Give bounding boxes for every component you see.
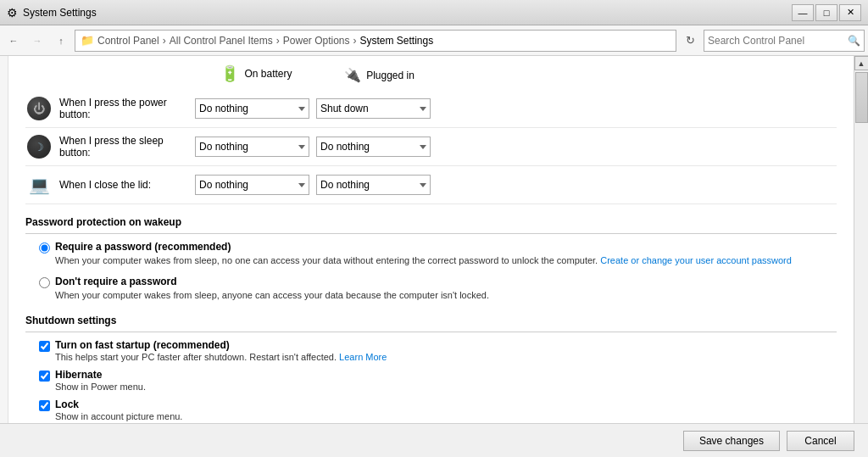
power-icon: ⏻ <box>25 95 53 122</box>
window-body: 🔋 On battery 🔌 Plugged in ⏻ When I press… <box>0 56 868 457</box>
breadcrumb-all-items[interactable]: All Control Panel Items <box>170 35 273 47</box>
lid-on-battery-select[interactable]: Do nothing Sleep Hibernate Shut down <box>195 175 309 195</box>
no-require-title: Don't require a password <box>55 276 489 287</box>
title-bar-left: ⚙ System Settings <box>7 6 97 20</box>
sleep-button-row: ☽ When I press the sleep button: Do noth… <box>25 128 837 166</box>
fast-startup-label: Turn on fast startup (recommended) <box>55 339 387 351</box>
bottom-bar: Save changes Cancel <box>0 423 868 457</box>
breadcrumb-power-options[interactable]: Power Options <box>283 35 350 47</box>
sleep-button-dropdowns: Do nothing Sleep Hibernate Shut down Do … <box>195 137 431 157</box>
require-password-desc: When your computer wakes from sleep, no … <box>55 254 792 267</box>
fast-startup-checkbox[interactable] <box>39 341 50 352</box>
maximize-button[interactable]: □ <box>815 4 837 21</box>
password-radio-group: Require a password (recommended) When yo… <box>39 241 837 303</box>
no-require-password-radio[interactable] <box>39 277 50 288</box>
breadcrumb: 📁 Control Panel › All Control Panel Item… <box>75 30 676 52</box>
close-button[interactable]: ✕ <box>839 4 861 21</box>
battery-icon: 🔋 <box>220 64 239 83</box>
window-title: System Settings <box>23 7 97 19</box>
breadcrumb-control-panel[interactable]: Control Panel <box>97 35 159 47</box>
lock-checkbox[interactable] <box>39 400 50 411</box>
scroll-up-arrow[interactable]: ▲ <box>854 56 869 70</box>
title-bar: ⚙ System Settings — □ ✕ <box>0 0 868 25</box>
forward-button[interactable]: → <box>27 31 47 51</box>
require-password-radio[interactable] <box>39 242 50 254</box>
lid-plugged-in-select[interactable]: Do nothing Sleep Hibernate Shut down <box>316 175 431 195</box>
scroll-track <box>854 70 868 443</box>
power-button-row: ⏻ When I press the power button: Do noth… <box>25 90 837 128</box>
lock-label: Lock <box>55 398 182 410</box>
password-divider <box>25 233 837 234</box>
scrollbar[interactable]: ▲ ▼ <box>854 56 868 457</box>
power-button-label: When I press the power button: <box>59 97 195 120</box>
on-battery-label: On battery <box>244 68 292 80</box>
scroll-thumb[interactable] <box>855 72 868 123</box>
column-headers: 🔋 On battery 🔌 Plugged in <box>195 64 837 90</box>
hibernate-option: Hibernate Show in Power menu. <box>39 369 837 392</box>
fast-startup-option: Turn on fast startup (recommended) This … <box>39 339 837 362</box>
plugged-in-icon: 🔌 <box>344 67 361 83</box>
no-require-desc: When your computer wakes from sleep, any… <box>55 289 489 302</box>
search-box: 🔍 <box>704 30 865 52</box>
minimize-button[interactable]: — <box>792 4 814 21</box>
title-bar-controls: — □ ✕ <box>792 4 861 21</box>
plugged-in-header: 🔌 Plugged in <box>318 67 441 83</box>
fast-startup-desc: This helps start your PC faster after sh… <box>55 352 387 362</box>
back-button[interactable]: ← <box>3 31 24 51</box>
left-nav <box>0 56 8 457</box>
up-button[interactable]: ↑ <box>51 31 71 51</box>
cancel-button[interactable]: Cancel <box>787 431 854 451</box>
search-input[interactable] <box>708 35 848 47</box>
sleep-icon: ☽ <box>25 133 53 160</box>
lock-option: Lock Show in account picture menu. <box>39 398 837 421</box>
create-password-link[interactable]: Create or change your user account passw… <box>600 255 792 265</box>
shutdown-section-header: Shutdown settings <box>25 315 837 326</box>
require-password-title: Require a password (recommended) <box>55 241 792 253</box>
hibernate-checkbox[interactable] <box>39 371 50 382</box>
power-button-dropdowns: Do nothing Sleep Hibernate Shut down Tur… <box>195 98 431 119</box>
save-changes-button[interactable]: Save changes <box>683 431 780 451</box>
lid-label: When I close the lid: <box>59 179 195 191</box>
breadcrumb-folder-icon: 📁 <box>81 34 94 47</box>
require-password-option: Require a password (recommended) When yo… <box>39 241 837 267</box>
window-icon: ⚙ <box>7 6 18 20</box>
search-icon: 🔍 <box>848 35 860 47</box>
lid-icon: 💻 <box>25 171 53 198</box>
refresh-button[interactable]: ↻ <box>680 31 700 51</box>
breadcrumb-system-settings: System Settings <box>359 35 433 47</box>
shutdown-divider <box>25 332 837 332</box>
on-battery-header: 🔋 On battery <box>195 64 318 83</box>
no-require-password-option: Don't require a password When your compu… <box>39 276 837 302</box>
sleep-button-plugged-in-select[interactable]: Do nothing Sleep Hibernate Shut down <box>316 137 431 157</box>
password-section-header: Password protection on wakeup <box>25 216 837 228</box>
sleep-button-label: When I press the sleep button: <box>59 135 195 159</box>
lid-row: 💻 When I close the lid: Do nothing Sleep… <box>25 166 837 204</box>
lid-dropdowns: Do nothing Sleep Hibernate Shut down Do … <box>195 175 431 195</box>
content-area: 🔋 On battery 🔌 Plugged in ⏻ When I press… <box>8 56 854 457</box>
power-button-plugged-in-select[interactable]: Do nothing Sleep Hibernate Shut down Tur… <box>316 98 431 119</box>
hibernate-desc: Show in Power menu. <box>55 382 146 392</box>
power-button-on-battery-select[interactable]: Do nothing Sleep Hibernate Shut down Tur… <box>195 98 309 119</box>
sleep-button-on-battery-select[interactable]: Do nothing Sleep Hibernate Shut down <box>195 137 309 157</box>
learn-more-link[interactable]: Learn More <box>339 352 387 362</box>
lock-desc: Show in account picture menu. <box>55 411 182 421</box>
hibernate-label: Hibernate <box>55 369 146 381</box>
address-bar: ← → ↑ 📁 Control Panel › All Control Pane… <box>0 25 868 56</box>
plugged-in-label: Plugged in <box>366 70 415 81</box>
